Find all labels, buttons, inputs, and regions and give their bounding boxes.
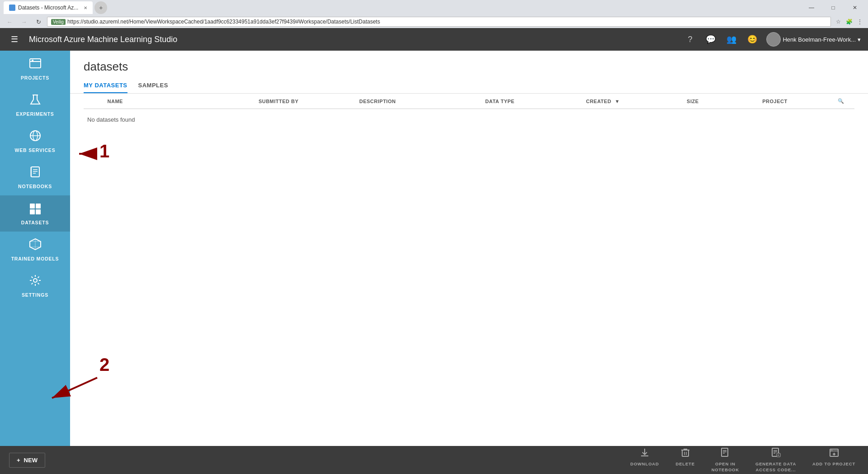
new-button[interactable]: + NEW [9,453,45,468]
download-label: DOWNLOAD [630,461,659,466]
back-button[interactable]: ← [4,17,15,27]
datasets-icon [29,202,42,217]
no-data-row: No datasets found [84,109,854,131]
project-col-header[interactable]: PROJECT [759,94,834,109]
generate-data-action[interactable]: + GENERATE DATAACCESS CODE... [752,446,800,474]
menu-icon[interactable]: ⋮ [855,17,864,26]
svg-rect-25 [721,448,722,456]
sidebar-item-experiments[interactable]: EXPERIMENTS [0,87,70,123]
sort-arrow-down: ▼ [615,99,620,104]
app-title: Microsoft Azure Machine Learning Studio [29,35,177,44]
trained-models-icon [29,238,42,253]
trained-models-label: TRAINED MODELS [11,256,59,261]
extensions-icon[interactable]: 🧩 [844,17,854,26]
open-notebook-label: OPEN INNOTEBOOK [712,461,739,473]
sidebar-item-settings[interactable]: SETTINGS [0,268,70,304]
projects-label: PROJECTS [21,75,49,81]
name-col-header[interactable]: NAME [104,94,255,109]
datasets-label: DATASETS [21,220,49,225]
description-col-header[interactable]: DESCRIPTION [356,94,482,109]
top-navbar: ☰ Microsoft Azure Machine Learning Studi… [0,28,868,51]
svg-rect-1 [32,60,33,61]
chat-icon[interactable]: 💬 [704,33,717,46]
table-header-row: NAME SUBMITTED BY DESCRIPTION DATA TYPE … [84,94,854,109]
bottom-toolbar: + NEW DOWNLOAD [0,446,868,474]
forward-button[interactable]: → [18,17,30,27]
experiments-label: EXPERIMENTS [16,111,54,117]
feedback-icon[interactable]: 😊 [745,33,759,46]
delete-icon [680,447,690,460]
sidebar-item-trained-models[interactable]: TRAINED MODELS [0,232,70,268]
search-col-header[interactable]: 🔍 [834,94,854,109]
user-dropdown-icon: ▾ [858,36,861,43]
user-label: Henk Boelman-Free-Work... [783,36,856,43]
checkbox-col-header [84,94,104,109]
download-icon [640,447,650,460]
refresh-button[interactable]: ↻ [33,17,44,27]
datatype-col-header[interactable]: DATA TYPE [481,94,582,109]
svg-rect-13 [30,209,35,214]
svg-point-15 [33,279,37,282]
add-to-project-action[interactable]: ADD TO PROJECT [809,446,859,474]
svg-rect-0 [30,59,41,68]
svg-rect-11 [30,204,35,209]
size-col-header[interactable]: SIZE [683,94,759,109]
avatar [766,32,781,47]
new-icon: + [17,457,20,464]
sidebar-item-web-services[interactable]: WEB SERVICES [0,123,70,159]
generate-data-label: GENERATE DATAACCESS CODE... [755,461,796,473]
sidebar-item-projects[interactable]: PROJECTS [0,51,70,87]
svg-rect-14 [36,209,41,214]
svg-rect-12 [36,204,41,209]
experiments-icon [29,93,42,109]
sidebar-item-notebooks[interactable]: NOTEBOOKS [0,159,70,195]
tab-favicon [9,5,15,11]
close-button[interactable]: ✕ [844,0,865,15]
new-label: NEW [24,457,38,464]
datasets-table: NAME SUBMITTED BY DESCRIPTION DATA TYPE … [84,94,854,130]
datasets-table-container: NAME SUBMITTED BY DESCRIPTION DATA TYPE … [70,94,868,446]
settings-label: SETTINGS [22,292,48,298]
minimize-button[interactable]: — [801,0,822,15]
community-icon[interactable]: 👥 [725,33,738,46]
url-text: https://studio.azureml.net/Home/ViewWork… [67,19,380,25]
sidebar: PROJECTS EXPERIMENTS [0,51,70,446]
add-to-project-icon [829,447,839,460]
delete-label: DELETE [676,461,695,466]
bookmark-icon[interactable]: ☆ [834,17,843,26]
help-icon[interactable]: ? [683,33,697,46]
settings-icon [29,274,42,289]
sidebar-item-datasets[interactable]: DATASETS [0,195,70,232]
web-services-label: WEB SERVICES [15,147,56,153]
svg-rect-21 [722,448,728,456]
page-title: datasets [84,60,854,74]
hamburger-button[interactable]: ☰ [7,34,22,44]
tab-label: Datasets - Microsoft Az... [18,5,78,11]
delete-action[interactable]: DELETE [672,446,699,474]
svg-rect-6 [31,167,39,177]
no-data-message: No datasets found [84,109,854,130]
download-action[interactable]: DOWNLOAD [627,446,662,474]
tabs-bar: MY DATASETS SAMPLES [70,78,868,94]
maximize-button[interactable]: □ [823,0,844,15]
new-tab-button[interactable]: + [94,1,107,14]
svg-rect-10 [30,167,32,177]
secure-badge: Veilig [51,19,66,25]
user-menu[interactable]: Henk Boelman-Free-Work... ▾ [766,32,861,47]
tab-my-datasets[interactable]: MY DATASETS [84,78,127,93]
created-col-header[interactable]: CREATED ▼ [582,94,683,109]
tab-samples[interactable]: SAMPLES [138,78,168,93]
tab-close-btn[interactable]: ✕ [84,5,87,10]
open-notebook-icon [720,447,730,460]
projects-icon [29,57,42,72]
add-to-project-label: ADD TO PROJECT [812,461,855,466]
notebooks-label: NOTEBOOKS [18,184,52,189]
web-services-icon [29,129,42,145]
toolbar-actions: DOWNLOAD DELETE [627,446,859,474]
generate-data-icon: + [771,447,781,460]
open-in-notebook-action[interactable]: OPEN INNOTEBOOK [708,446,743,474]
page-header: datasets [70,51,868,78]
browser-tab[interactable]: Datasets - Microsoft Az... ✕ [4,1,93,14]
submitted-col-header[interactable]: SUBMITTED BY [255,94,356,109]
address-bar[interactable]: Veilig https://studio.azureml.net/Home/V… [47,17,831,27]
